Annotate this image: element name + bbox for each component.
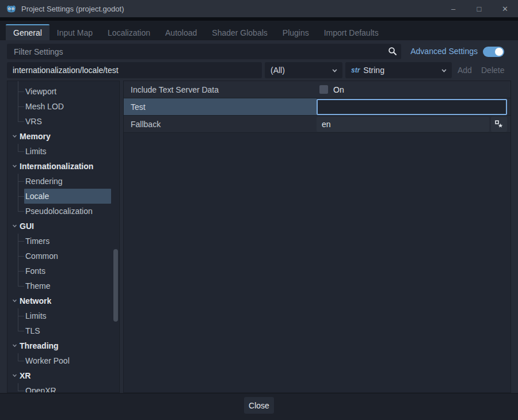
property-type-select[interactable]: str String (345, 62, 452, 78)
tree-connector (18, 361, 24, 361)
settings-tree: Occlusion CullingViewportMesh LODVRSMemo… (7, 81, 120, 393)
tree-connector (18, 353, 18, 361)
tree-item-label: Limits (25, 147, 47, 156)
tab-general[interactable]: General (6, 24, 49, 40)
tree-item-label: Rendering (25, 177, 63, 186)
tree-connector (18, 114, 18, 121)
tree-connector (18, 211, 24, 212)
close-button[interactable]: Close (244, 397, 274, 414)
tree-item-label: Network (20, 296, 51, 306)
tree-item-common[interactable]: Common (7, 249, 119, 264)
tree-item-label: Memory (20, 132, 51, 141)
dialog-body: Advanced Settings (All) str String Add D… (0, 40, 518, 393)
tree-item-label: OpenXR (25, 386, 56, 393)
property-filter-select[interactable]: (All) (265, 62, 342, 78)
tree-item-internationalization[interactable]: Internationalization (7, 159, 119, 174)
tree-item-mesh-lod[interactable]: Mesh LOD (7, 99, 119, 114)
chevron-down-icon (13, 298, 17, 302)
tree-connector (18, 241, 24, 242)
chevron-down-icon (13, 373, 17, 377)
tree-item-worker-pool[interactable]: Worker Pool (7, 353, 119, 368)
tree-connector (18, 121, 24, 122)
checkbox-state-label: On (333, 85, 344, 94)
filter-settings-input[interactable] (7, 44, 401, 59)
tree-connector (18, 278, 18, 286)
window-title: Project Settings (project.godot) (21, 5, 124, 13)
project-settings-window: Project Settings (project.godot) – □ ✕ G… (0, 0, 518, 420)
add-button[interactable]: Add (453, 62, 477, 78)
tree-item-limits[interactable]: Limits (7, 144, 119, 159)
tree-item-label: Viewport (25, 87, 56, 96)
locale-picker-button[interactable] (491, 117, 507, 132)
tree-item-xr[interactable]: XR (7, 368, 119, 383)
tree-item-label: Worker Pool (25, 356, 70, 365)
chevron-down-icon (13, 163, 17, 167)
tree-item-label: TLS (25, 326, 40, 335)
property-row-include-text-server-data: Include Text Server Data On (124, 81, 511, 98)
tree-connector (18, 106, 24, 107)
maximize-button[interactable]: □ (466, 0, 492, 17)
tree-item-network[interactable]: Network (7, 293, 119, 308)
tree-connector (18, 144, 18, 151)
tree-item-openxr[interactable]: OpenXR (7, 383, 119, 393)
tree-item-limits[interactable]: Limits (7, 308, 119, 323)
chevron-down-icon (13, 343, 17, 347)
delete-button[interactable]: Delete (477, 62, 509, 78)
locale-icon (495, 120, 503, 128)
test-value-input[interactable] (317, 99, 507, 115)
godot-icon (6, 4, 16, 14)
tab-import-defaults[interactable]: Import Defaults (317, 24, 386, 40)
tree-item-label: Locale (25, 192, 49, 201)
tree-item-viewport[interactable]: Viewport (7, 84, 119, 99)
tree-connector (18, 286, 24, 287)
tree-item-gui[interactable]: GUI (7, 219, 119, 234)
tree-item-tls[interactable]: TLS (7, 323, 119, 338)
property-row-fallback: Fallback (124, 116, 511, 133)
tree-item-theme[interactable]: Theme (7, 278, 119, 293)
include-text-server-data-checkbox[interactable] (319, 85, 328, 94)
tree-item-locale[interactable]: Locale (7, 189, 119, 204)
tree-item-vrs[interactable]: VRS (7, 114, 119, 129)
tree-item-label: Limits (25, 311, 47, 320)
dialog-footer: Close (0, 393, 518, 420)
tab-localization[interactable]: Localization (100, 24, 158, 40)
tree-item-label: Fonts (25, 266, 45, 276)
tree-item-label: Occlusion Culling (25, 81, 87, 81)
property-path-input[interactable] (7, 62, 262, 78)
tree-item-label: GUI (20, 222, 34, 231)
chevron-down-icon (13, 133, 17, 138)
title-bar: Project Settings (project.godot) – □ ✕ (0, 0, 518, 17)
close-window-button[interactable]: ✕ (492, 0, 518, 17)
chevron-down-icon (442, 68, 447, 72)
tree-item-label: Timers (25, 236, 49, 246)
fallback-value-input[interactable] (317, 117, 489, 132)
chevron-down-icon (13, 223, 17, 227)
tree-connector (18, 91, 24, 92)
property-row-test[interactable]: Test (124, 98, 511, 116)
minimize-button[interactable]: – (440, 0, 466, 17)
tree-item-fonts[interactable]: Fonts (7, 264, 119, 278)
tab-shader-globals[interactable]: Shader Globals (204, 24, 275, 40)
tree-item-label: Theme (25, 281, 51, 291)
properties-panel: Include Text Server Data On Test Fallbac… (123, 81, 511, 393)
tree-item-memory[interactable]: Memory (7, 129, 119, 144)
tree-item-label: Pseudolocalization (25, 207, 93, 216)
tree-connector (18, 331, 24, 331)
tree-item-rendering[interactable]: Rendering (7, 174, 119, 189)
property-label: Include Text Server Data (124, 81, 317, 98)
tab-autoload[interactable]: Autoload (158, 24, 204, 40)
advanced-settings-toggle[interactable] (483, 47, 504, 57)
property-type-value: String (363, 66, 384, 75)
tree-item-label: VRS (25, 117, 42, 126)
tree-item-label: Common (25, 251, 58, 261)
tab-bar: GeneralInput MapLocalizationAutoloadShad… (0, 21, 518, 40)
tab-plugins[interactable]: Plugins (275, 24, 317, 40)
tree-item-threading[interactable]: Threading (7, 338, 119, 353)
tab-input-map[interactable]: Input Map (49, 24, 100, 40)
tree-item-timers[interactable]: Timers (7, 234, 119, 249)
tree-connector (18, 323, 18, 331)
tree-item-pseudolocalization[interactable]: Pseudolocalization (7, 204, 119, 219)
tree-item-label: Internationalization (20, 162, 93, 171)
chevron-down-icon (333, 68, 337, 72)
tree-item-label: XR (20, 371, 31, 380)
